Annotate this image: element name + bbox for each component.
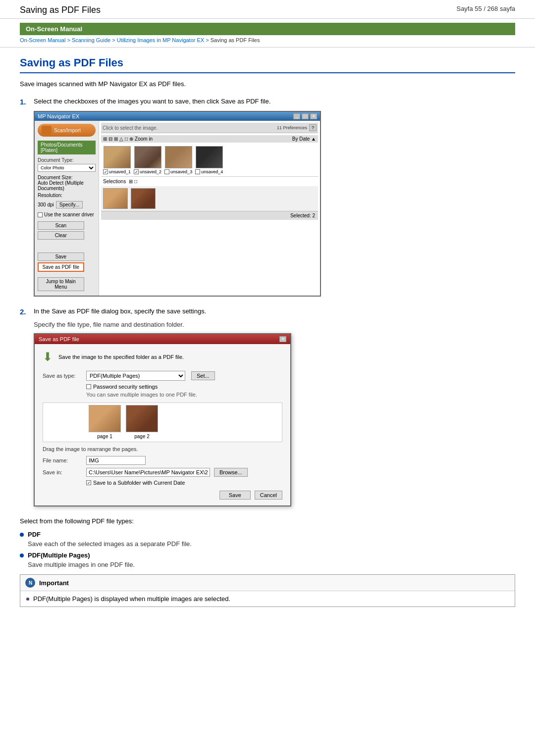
dialog-title: Save as PDF file (39, 336, 79, 342)
dialog-body: ⬇ Save the image to the specified folder… (35, 344, 290, 505)
doc-size-section: Document Size: Auto Detect (Multiple Doc… (38, 175, 96, 191)
important-icon: N (25, 578, 35, 588)
bullet-2-desc: Save multiple images in one PDF file. (28, 561, 135, 568)
window-close[interactable]: ✕ (310, 113, 317, 119)
dialog-page-2: page 2 (126, 405, 158, 439)
selected-thumb-2[interactable] (131, 188, 156, 209)
window-title: MP Navigator EX (38, 113, 79, 119)
password-label: Password security settings (93, 384, 158, 390)
clear-btn[interactable]: Clear (38, 231, 84, 240)
selected-thumb-1[interactable] (103, 188, 128, 209)
thumb-1-checkbox[interactable] (103, 169, 108, 174)
save-pdf-dialog: Save as PDF file ✕ ⬇ Save the image to t… (34, 333, 291, 506)
specify-btn[interactable]: Specify... (56, 201, 83, 208)
bullet-2: PDF(Multiple Pages) Save multiple images… (20, 552, 515, 568)
breadcrumb-link-1[interactable]: On-Screen Manual (20, 37, 65, 43)
dialog-close-btn[interactable]: ✕ (279, 336, 286, 342)
page-number: Sayfa 55 / 268 sayfa (456, 5, 515, 12)
breadcrumb-link-2[interactable]: Scanning Guide (72, 37, 110, 43)
scan-btn[interactable]: Scan (38, 221, 84, 230)
scan-icon (42, 126, 52, 135)
thumbnail-grid: unsaved_1 unsaved_2 (101, 144, 318, 176)
thumb-1-label: unsaved_1 (109, 169, 131, 174)
status-selected: Selected: 2 (290, 213, 315, 218)
imp-bullet-dot (26, 598, 29, 601)
dialog-buttons: Save Cancel (43, 491, 282, 500)
dialog-scroll-area[interactable]: page 1 page 2 (43, 403, 282, 442)
step-2-subtext: Specify the file type, file name and des… (34, 321, 515, 328)
dialog-page-1: page 1 (89, 405, 121, 439)
page-title-top: Saving as PDF Files (20, 5, 101, 15)
filename-label: File name: (43, 457, 82, 463)
status-bar: Selected: 2 (101, 211, 318, 220)
toolbar-icon-4: △ (119, 136, 123, 142)
save-type-row: Save as type: PDF(Multiple Pages) Set... (43, 371, 282, 381)
save-type-select[interactable]: PDF(Multiple Pages) (86, 371, 185, 381)
window-buttons: _ □ ✕ (293, 113, 317, 119)
scan-import-label: Scan/Import (54, 128, 81, 133)
step-1: 1. Select the checkboxes of the images y… (20, 98, 515, 297)
bullet-2-dot (20, 554, 24, 557)
thumb-2-label: unsaved_2 (140, 169, 161, 174)
help-btn[interactable]: ? (309, 124, 317, 131)
filename-input[interactable] (86, 456, 146, 465)
resolution-label: Resolution: (38, 193, 62, 198)
save-pdf-btn[interactable]: Save as PDF file (38, 262, 84, 272)
thumb-img-4[interactable] (196, 146, 223, 168)
dialog-save-btn[interactable]: Save (219, 491, 251, 500)
dialog-page-2-img[interactable] (126, 405, 158, 432)
breadcrumb-link-3[interactable]: Utilizing Images in MP Navigator EX (117, 37, 204, 43)
selections-label: Selections (103, 179, 126, 184)
step-2: 2. In the Save as PDF file dialog box, s… (20, 307, 515, 506)
dialog-page-1-label: page 1 (97, 434, 112, 439)
password-row: Password security settings (86, 384, 282, 390)
important-header: N Important (20, 575, 515, 591)
browse-btn[interactable]: Browse... (214, 468, 248, 477)
set-btn[interactable]: Set... (191, 371, 215, 380)
scan-import-btn[interactable]: Scan/Import (38, 124, 96, 137)
dialog-cancel-btn[interactable]: Cancel (255, 491, 282, 500)
important-item-1: PDF(Multiple Pages) is displayed when mu… (33, 595, 230, 603)
doc-type-label: Document Type: (38, 157, 96, 163)
thumb-img-3[interactable] (165, 146, 192, 168)
thumb-3: unsaved_3 (164, 146, 192, 174)
window-maximize[interactable]: □ (302, 113, 309, 119)
thumb-3-label: unsaved_3 (170, 169, 192, 174)
zoom-label: Zoom in (135, 136, 153, 142)
thumb-2: unsaved_2 (134, 146, 161, 174)
doc-type-dropdown[interactable]: Color Photo (38, 164, 96, 172)
window-minimize[interactable]: _ (293, 113, 300, 119)
bullet-2-content: PDF(Multiple Pages) Save multiple images… (28, 552, 135, 568)
select-from-text: Select from the following PDF file types… (20, 517, 515, 525)
save-type-label: Save as type: (43, 373, 82, 379)
savein-row: Save in: Browse... (43, 468, 282, 477)
resolution-value: 300 dpi (38, 202, 54, 207)
photos-section-btn[interactable]: Photos/Documents [Platen] (38, 141, 96, 154)
thumb-2-checkbox[interactable] (134, 169, 139, 174)
selections-icon: ⊞ □ (129, 179, 137, 184)
svg-text:N: N (29, 580, 32, 586)
thumb-3-checkbox[interactable] (164, 169, 169, 174)
resolution-section: Resolution: (38, 193, 96, 198)
scanner-driver-checkbox[interactable] (38, 212, 43, 217)
save-btn[interactable]: Save (38, 252, 84, 261)
bullet-1-desc: Save each of the selected images as a se… (28, 540, 192, 548)
jump-btn[interactable]: Jump to Main Menu (38, 277, 84, 291)
dialog-page-1-img[interactable] (89, 405, 121, 432)
dialog-description: Save the image to the specified folder a… (58, 354, 184, 360)
password-checkbox[interactable] (86, 384, 91, 389)
thumb-4-checkbox[interactable] (195, 169, 200, 174)
bullet-1-dot (20, 533, 24, 537)
window-titlebar: MP Navigator EX _ □ ✕ (35, 112, 320, 121)
thumb-4-label: unsaved_4 (201, 169, 223, 174)
savein-input[interactable] (86, 468, 210, 477)
selections-row: Selections ⊞ □ (101, 176, 318, 186)
subfolder-checkbox[interactable] (86, 480, 91, 485)
step-2-number: 2. (20, 307, 34, 316)
thumb-img-2[interactable] (134, 146, 161, 168)
info-text: You can save multiple images to one PDF … (86, 392, 282, 398)
bullet-2-title: PDF(Multiple Pages) (28, 552, 135, 559)
savein-label: Save in: (43, 469, 82, 475)
thumb-img-1[interactable] (104, 146, 131, 168)
breadcrumb: On-Screen Manual > Scanning Guide > Util… (0, 35, 535, 48)
